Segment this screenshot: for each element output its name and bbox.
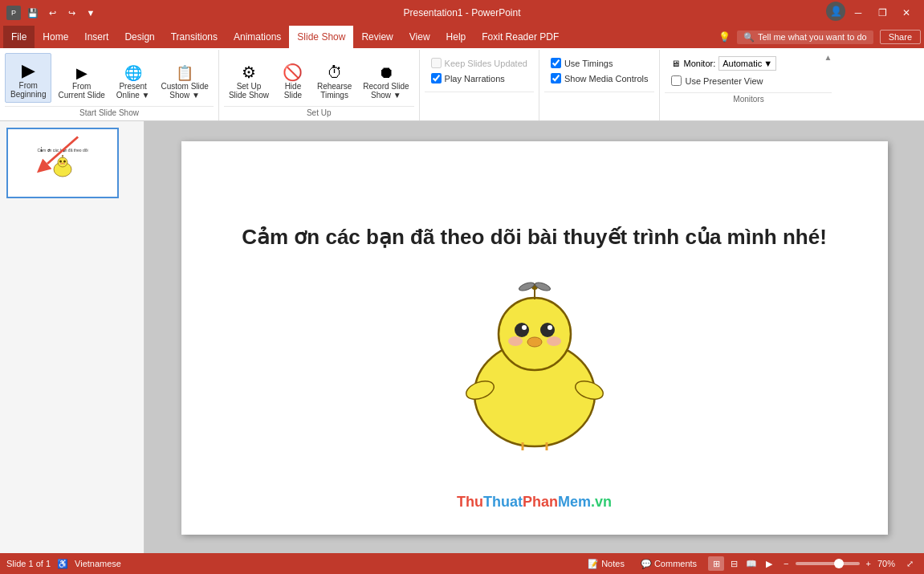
comments-button[interactable]: 💬 Comments	[636, 557, 702, 571]
present-online-button[interactable]: 🌐 PresentOnline ▼	[112, 53, 155, 103]
rehearse-icon: ⏱	[327, 64, 343, 80]
use-presenter-label: Use Presenter View	[685, 76, 763, 86]
rehearse-timings-button[interactable]: ⏱ RehearseTimings	[312, 53, 356, 103]
show-media-controls-check[interactable]: Show Media Controls	[551, 73, 649, 83]
svg-point-13	[515, 323, 529, 337]
from-beginning-button[interactable]: ▶ FromBeginning	[5, 53, 51, 103]
slide-thumbnail-1[interactable]: Cảm ơn các bạn đã theo dõi	[6, 128, 119, 198]
checks-group-label	[425, 92, 534, 96]
save-btn[interactable]: 💾	[26, 6, 40, 20]
share-button[interactable]: Share	[880, 30, 921, 44]
menu-design[interactable]: Design	[116, 26, 162, 48]
menu-review[interactable]: Review	[353, 26, 401, 48]
use-timings-checkbox[interactable]	[551, 58, 561, 68]
monitor-icon: 🖥	[671, 59, 680, 68]
start-slideshow-buttons: ▶ FromBeginning ▶ FromCurrent Slide 🌐 Pr…	[5, 53, 214, 103]
slide-main-title: Cảm ơn các bạn đã theo dõi bài thuyết tr…	[210, 225, 859, 250]
tell-me-search[interactable]: 🔍 Tell me what you want to do	[737, 31, 873, 44]
menu-help[interactable]: Help	[438, 26, 474, 48]
ribbon-group-timing: Use Timings Show Media Controls	[539, 50, 661, 120]
monitor-label-text: Monitor:	[683, 59, 715, 68]
svg-point-17	[527, 337, 542, 347]
zoom-plus-btn[interactable]: +	[866, 559, 871, 568]
monitor-select-row: 🖥 Monitor: Automatic ▼	[671, 56, 825, 71]
menu-animations[interactable]: Animations	[226, 26, 289, 48]
show-media-label: Show Media Controls	[564, 74, 649, 83]
menu-slideshow[interactable]: Slide Show	[289, 26, 353, 48]
menu-transitions[interactable]: Transitions	[163, 26, 226, 48]
setup-checkboxes: Keep Slides Updated Play Narrations	[425, 53, 534, 88]
notes-icon: 📝	[588, 559, 599, 569]
lightbulb-icon: 💡	[718, 31, 731, 43]
menu-view[interactable]: View	[401, 26, 438, 48]
use-presenter-view-check[interactable]: Use Presenter View	[671, 75, 825, 86]
slide-info: Slide 1 of 1	[6, 559, 51, 568]
use-timings-check[interactable]: Use Timings	[551, 58, 649, 68]
menu-file[interactable]: File	[3, 26, 35, 48]
collapse-monitors-btn[interactable]: ▲	[824, 53, 832, 62]
record-slide-show-button[interactable]: ⏺ Record SlideShow ▼	[358, 53, 413, 103]
redo-btn[interactable]: ↪	[64, 6, 79, 20]
timing-group-label	[544, 92, 655, 96]
use-timings-label: Use Timings	[564, 59, 613, 68]
use-presenter-checkbox[interactable]	[671, 75, 682, 86]
monitor-dropdown[interactable]: Automatic ▼	[718, 56, 776, 71]
zoom-minus-btn[interactable]: −	[784, 559, 788, 568]
svg-point-19	[547, 336, 561, 346]
menu-foxit[interactable]: Foxit Reader PDF	[474, 26, 567, 48]
window-title: Presentation1 - PowerPoint	[98, 7, 826, 18]
slide-1-container: 1 Cảm ơn các bạn đã theo dõi	[6, 128, 137, 198]
menu-insert[interactable]: Insert	[76, 26, 116, 48]
search-placeholder: Tell me what you want to do	[758, 32, 867, 42]
play-narrations-check[interactable]: Play Narrations	[431, 73, 527, 83]
slide-sorter-btn[interactable]: ⊟	[726, 556, 742, 571]
restore-btn[interactable]: ❐	[871, 2, 893, 24]
powerpoint-icon: P	[6, 6, 21, 20]
monitor-value: Automatic	[723, 59, 762, 68]
slide-content: Cảm ơn các bạn đã theo dõi bài thuyết tr…	[181, 141, 888, 535]
customize-btn[interactable]: ▼	[83, 6, 98, 20]
ribbon-group-checks: Keep Slides Updated Play Narrations	[420, 50, 539, 120]
show-media-checkbox[interactable]	[551, 73, 561, 83]
notes-button[interactable]: 📝 Notes	[583, 557, 629, 571]
svg-point-22	[518, 281, 535, 292]
fit-slide-btn[interactable]: ⤢	[902, 556, 918, 571]
custom-slide-show-button[interactable]: 📋 Custom SlideShow ▼	[156, 53, 213, 103]
undo-btn[interactable]: ↩	[45, 6, 59, 20]
record-icon: ⏺	[378, 64, 394, 80]
keep-slides-checkbox[interactable]	[431, 58, 442, 68]
zoom-slider[interactable]	[796, 562, 860, 565]
thumb-title: Cảm ơn các bạn đã theo dõi	[37, 148, 88, 153]
watermark-dot-vn: .vn	[591, 494, 612, 510]
play-narrations-checkbox[interactable]	[431, 73, 442, 83]
watermark-thuat: Thuat	[483, 494, 523, 510]
keep-slides-updated-check[interactable]: Keep Slides Updated	[431, 58, 527, 68]
reading-view-btn[interactable]: 📖	[743, 556, 759, 571]
from-beginning-label: FromBeginning	[10, 81, 46, 99]
normal-view-btn[interactable]: ⊞	[708, 556, 724, 571]
svg-point-2	[59, 161, 62, 163]
from-current-icon: ▶	[76, 66, 88, 80]
svg-point-18	[508, 336, 523, 346]
user-avatar: 👤	[826, 2, 845, 21]
monitor-controls: 🖥 Monitor: Automatic ▼ Use Presenter Vie…	[665, 53, 832, 89]
set-up-slide-show-button[interactable]: ⚙ Set UpSlide Show	[224, 53, 274, 103]
watermark-mem: Mem	[558, 494, 591, 510]
hide-slide-icon: 🚫	[283, 64, 303, 80]
svg-point-23	[534, 281, 552, 292]
slide-canvas: Cảm ơn các bạn đã theo dõi bài thuyết tr…	[145, 121, 924, 554]
comments-label: Comments	[654, 559, 697, 568]
slides-panel: 1 Cảm ơn các bạn đã theo dõi	[0, 121, 145, 554]
presenter-view-btn[interactable]: ▶	[761, 556, 777, 571]
timing-checkboxes: Use Timings Show Media Controls	[544, 53, 655, 88]
menu-home[interactable]: Home	[35, 26, 76, 48]
thumb-chick-svg	[51, 154, 75, 178]
from-current-slide-button[interactable]: ▶ FromCurrent Slide	[53, 53, 109, 103]
monitors-group-label: Monitors	[665, 92, 832, 105]
minimize-btn[interactable]: ─	[847, 2, 869, 24]
rehearse-label: RehearseTimings	[317, 82, 352, 100]
menubar: File Home Insert Design Transitions Anim…	[0, 26, 924, 48]
close-btn[interactable]: ✕	[895, 2, 918, 24]
hide-slide-button[interactable]: 🚫 HideSlide	[275, 53, 311, 103]
status-right: 📝 Notes 💬 Comments ⊞ ⊟ 📖 ▶ − + 70% ⤢	[583, 556, 918, 571]
